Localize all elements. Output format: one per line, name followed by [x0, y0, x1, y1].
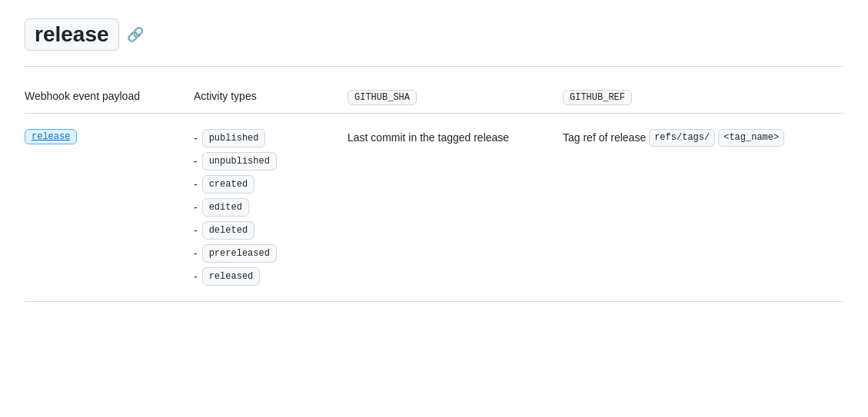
list-item: - edited — [194, 198, 348, 217]
tag-ref-label: Tag ref of release — [563, 129, 646, 146]
list-item: - prereleased — [194, 244, 348, 263]
page-header: release 🔗 — [25, 18, 843, 67]
event-cell: release — [25, 129, 194, 144]
list-item: - deleted — [194, 221, 348, 240]
page-title: release — [25, 18, 119, 51]
list-item: - created — [194, 175, 348, 194]
github-ref-badge: GITHUB_REF — [563, 90, 632, 105]
dash: - — [194, 131, 198, 147]
dash: - — [194, 177, 198, 193]
activity-list: - published - unpublished - created - ed… — [194, 129, 348, 286]
dash: - — [194, 269, 198, 285]
main-table: Webhook event payload Activity types GIT… — [25, 82, 843, 302]
table-header: Webhook event payload Activity types GIT… — [25, 82, 843, 114]
list-item: - unpublished — [194, 152, 348, 170]
sha-cell: Last commit in the tagged release — [348, 129, 563, 146]
list-item: - published — [194, 129, 348, 147]
activity-prereleased: prereleased — [202, 244, 277, 263]
dash: - — [194, 200, 198, 216]
tag-ref-code1: refs/tags/ — [649, 129, 715, 147]
event-badge[interactable]: release — [25, 129, 77, 144]
col-header-sha: GITHUB_SHA — [348, 90, 563, 105]
dash: - — [194, 154, 198, 170]
dash: - — [194, 246, 198, 262]
link-icon[interactable]: 🔗 — [127, 26, 144, 43]
list-item: - released — [194, 267, 348, 286]
ref-cell: Tag ref of release refs/tags/ <tag_name> — [563, 129, 843, 147]
activity-deleted: deleted — [202, 221, 254, 240]
col-header-webhook: Webhook event payload — [25, 90, 194, 105]
activity-edited: edited — [202, 198, 249, 217]
col-header-ref: GITHUB_REF — [563, 90, 843, 105]
col-header-activity: Activity types — [194, 90, 348, 105]
table-row: release - published - unpublished - crea… — [25, 114, 843, 302]
activity-published: published — [202, 129, 266, 147]
activity-cell: - published - unpublished - created - ed… — [194, 129, 348, 286]
sha-description: Last commit in the tagged release — [348, 131, 509, 144]
tag-ref-container: Tag ref of release refs/tags/ <tag_name> — [563, 129, 843, 147]
dash: - — [194, 223, 198, 239]
tag-ref-code2: <tag_name> — [718, 129, 784, 147]
github-sha-badge: GITHUB_SHA — [348, 90, 417, 105]
activity-unpublished: unpublished — [202, 152, 277, 170]
activity-released: released — [202, 267, 261, 286]
activity-created: created — [202, 175, 254, 194]
